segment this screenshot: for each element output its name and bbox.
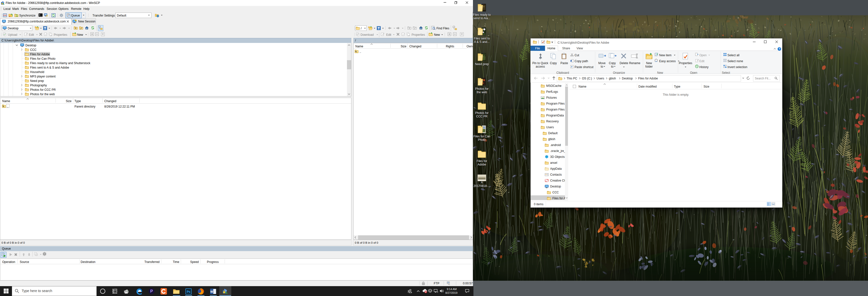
svg-text:Ps: Ps xyxy=(187,290,190,294)
svg-text:x: x xyxy=(45,34,46,36)
svg-text:?: ? xyxy=(778,47,780,50)
svg-text:x: x xyxy=(402,34,403,36)
svg-text:W: W xyxy=(210,290,213,294)
svg-text:P: P xyxy=(150,289,153,293)
